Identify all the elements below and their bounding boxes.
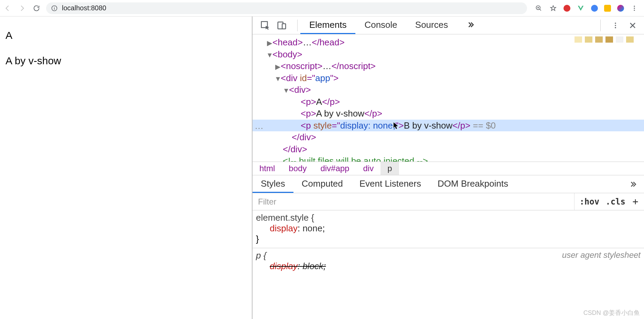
styles-tabs-overflow-icon[interactable] bbox=[621, 180, 644, 189]
styles-tab-event[interactable]: Event Listeners bbox=[351, 175, 429, 193]
styles-tab-dom[interactable]: DOM Breakpoints bbox=[429, 175, 516, 193]
extension-icon-3[interactable] bbox=[604, 5, 611, 12]
dom-row-div-close2[interactable]: </div> bbox=[253, 143, 644, 155]
inspect-icon[interactable] bbox=[259, 19, 272, 32]
dom-breadcrumbs: html body div#app div p bbox=[253, 162, 644, 175]
style-rule-element[interactable]: element.style { display: none; } bbox=[256, 212, 641, 244]
svg-point-4 bbox=[634, 6, 635, 7]
dom-row-div-app[interactable]: ▼<div id="app"> bbox=[253, 72, 644, 84]
separator bbox=[297, 20, 298, 31]
dom-row-div-close[interactable]: </div> bbox=[253, 131, 644, 143]
hov-toggle[interactable]: :hov bbox=[579, 197, 599, 207]
dom-row-comment[interactable]: <!-- built files will be auto injected -… bbox=[253, 155, 644, 162]
dom-row-p1[interactable]: <p>A</p> bbox=[253, 96, 644, 108]
svg-point-1 bbox=[54, 7, 55, 7]
crumb-p[interactable]: p bbox=[380, 162, 399, 175]
page-text-a-vshow: A by v-show bbox=[6, 55, 246, 67]
device-toggle-icon[interactable] bbox=[275, 19, 288, 32]
dom-row-selected[interactable]: … <p style="display: none;">B by v-show<… bbox=[253, 120, 644, 132]
new-style-rule-icon[interactable] bbox=[632, 198, 639, 206]
watermark: CSDN @姜香小白鱼 bbox=[583, 309, 640, 317]
styles-tab-computed[interactable]: Computed bbox=[293, 175, 351, 193]
devtools-tabs: Elements Console Sources bbox=[300, 16, 484, 34]
address-bar[interactable]: localhost:8080 bbox=[46, 2, 527, 14]
svg-rect-9 bbox=[282, 24, 286, 29]
ua-stylesheet-label: user agent stylesheet bbox=[562, 250, 641, 260]
devtools-menu-icon[interactable] bbox=[610, 20, 621, 31]
rendered-page: A A by v-show bbox=[0, 16, 252, 319]
toolbar-icons bbox=[532, 4, 641, 12]
crumb-div-app[interactable]: div#app bbox=[313, 162, 356, 175]
vue-devtools-icon[interactable] bbox=[577, 4, 585, 12]
site-info-icon[interactable] bbox=[51, 5, 58, 12]
styles-filter-bar: :hov .cls bbox=[253, 193, 644, 210]
mouse-cursor-icon bbox=[394, 122, 399, 129]
reload-button[interactable] bbox=[32, 3, 41, 13]
devtools-close-icon[interactable] bbox=[627, 20, 638, 31]
cls-toggle[interactable]: .cls bbox=[605, 197, 625, 207]
svg-point-11 bbox=[615, 25, 616, 26]
svg-rect-2 bbox=[54, 8, 55, 10]
forward-button[interactable] bbox=[17, 3, 27, 13]
zoom-icon[interactable] bbox=[535, 4, 543, 12]
extension-icon-1[interactable] bbox=[564, 5, 570, 12]
dom-tree[interactable]: ▶<head>…</head> ▼<body> ▶<noscript>…</no… bbox=[253, 34, 644, 162]
styles-filter-input[interactable] bbox=[253, 197, 574, 207]
dom-row-noscript[interactable]: ▶<noscript>…</noscript> bbox=[253, 60, 644, 72]
svg-point-5 bbox=[634, 8, 635, 9]
chrome-menu-icon[interactable] bbox=[630, 4, 638, 12]
bookmark-star-icon[interactable] bbox=[549, 4, 557, 12]
dom-row-div[interactable]: ▼<div> bbox=[253, 84, 644, 96]
browser-toolbar: localhost:8080 bbox=[0, 0, 644, 16]
crumb-body[interactable]: body bbox=[282, 162, 313, 175]
separator bbox=[600, 20, 601, 31]
devtools-panel: Elements Console Sources bbox=[252, 16, 644, 319]
style-rule-p[interactable]: user agent stylesheet p { display: block… bbox=[256, 250, 641, 272]
tab-elements[interactable]: Elements bbox=[300, 16, 355, 34]
crumb-div[interactable]: div bbox=[356, 162, 380, 175]
svg-point-10 bbox=[615, 22, 616, 24]
styles-tabs: Styles Computed Event Listeners DOM Brea… bbox=[253, 175, 644, 193]
tabs-overflow-icon[interactable] bbox=[457, 16, 484, 34]
profile-avatar[interactable] bbox=[617, 5, 624, 12]
crumb-html[interactable]: html bbox=[253, 162, 282, 175]
dom-row-body[interactable]: ▼<body> bbox=[253, 48, 644, 60]
url-text: localhost:8080 bbox=[62, 4, 106, 12]
row-actions-icon[interactable]: … bbox=[255, 120, 264, 132]
svg-point-12 bbox=[615, 27, 616, 28]
styles-tab-styles[interactable]: Styles bbox=[253, 175, 293, 193]
content-split: A A by v-show Elements Console Sources bbox=[0, 16, 644, 319]
tab-sources[interactable]: Sources bbox=[406, 16, 457, 34]
tab-console[interactable]: Console bbox=[355, 16, 406, 34]
svg-point-6 bbox=[634, 10, 635, 11]
extension-icon-2[interactable] bbox=[591, 5, 598, 12]
styles-body[interactable]: element.style { display: none; } user ag… bbox=[253, 210, 644, 319]
dom-row-p2[interactable]: <p>A by v-show</p> bbox=[253, 108, 644, 120]
color-swatches bbox=[575, 36, 634, 43]
back-button[interactable] bbox=[3, 3, 12, 13]
page-text-a: A bbox=[6, 30, 246, 41]
devtools-top-bar: Elements Console Sources bbox=[253, 16, 644, 34]
